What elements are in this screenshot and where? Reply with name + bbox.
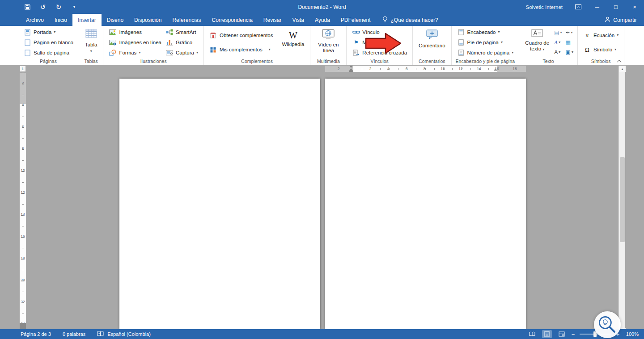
my-addins-icon [209, 46, 217, 53]
cover-page-icon [23, 29, 31, 36]
shapes-icon [109, 49, 117, 56]
vertical-ruler[interactable]: 2 4 6 8 10 12 14 16 18 20 22 24 [20, 73, 26, 329]
customize-quick-access-icon[interactable]: ▾ [70, 3, 78, 11]
document-page-1[interactable] [119, 79, 320, 329]
wordart-button[interactable]: A▾ [554, 39, 562, 46]
fecha-y-hora-button[interactable]: ▦ [566, 39, 573, 46]
minimize-button[interactable]: ─ [588, 0, 606, 14]
ribbon-group-tablas: Tabla ▾ Tablas [79, 26, 104, 65]
tab-archivo[interactable]: Archivo [21, 14, 49, 26]
web-layout-button[interactable] [557, 330, 567, 338]
zoom-out-button[interactable]: − [572, 331, 575, 338]
comentario-button[interactable]: Comentario [417, 28, 447, 50]
smartart-button[interactable]: SmartArt [164, 28, 199, 36]
scrollbar-thumb[interactable] [620, 157, 625, 242]
tab-insertar[interactable]: Insertar [72, 14, 102, 26]
video-en-linea-label: Vídeo en línea [316, 42, 340, 54]
numero-de-pagina-button[interactable]: Número de página ▾ [456, 49, 515, 57]
tab-vista[interactable]: Vista [287, 14, 309, 26]
solvetic-watermark [594, 311, 621, 338]
tab-diseno[interactable]: Diseño [102, 14, 129, 26]
comment-icon [425, 29, 439, 41]
group-label-ilustraciones: Ilustraciones [103, 59, 203, 64]
ruler-number: 8 [20, 146, 26, 151]
tab-stop-selector[interactable]: L [20, 66, 26, 72]
tab-disposicion[interactable]: Disposición [129, 14, 167, 26]
online-video-icon [322, 29, 335, 40]
captura-button[interactable]: Captura ▾ [164, 49, 199, 57]
chevron-down-icon: ▾ [559, 50, 560, 54]
redo-icon[interactable]: ↻ [55, 3, 63, 11]
tabla-button[interactable]: Tabla ▾ [83, 28, 99, 54]
obtener-complementos-button[interactable]: Obtener complementos [208, 31, 275, 39]
document-page-2[interactable] [325, 79, 526, 329]
equation-pi-icon: π [583, 32, 591, 39]
tab-correspondencia[interactable]: Correspondencia [206, 14, 258, 26]
table-icon [85, 29, 97, 40]
comentario-label: Comentario [419, 43, 445, 49]
word-count[interactable]: 0 palabras [63, 331, 85, 337]
user-account[interactable]: Solvetic Internet [526, 4, 563, 10]
pagina-en-blanco-button[interactable]: Página en blanco [22, 38, 75, 46]
pie-de-pagina-button[interactable]: Pie de página ▾ [456, 38, 515, 46]
mis-complementos-button[interactable]: Mis complementos ▾ [208, 46, 275, 54]
page-indicator[interactable]: Página 2 de 3 [21, 331, 51, 337]
group-label-texto: Texto [519, 59, 577, 64]
tell-me-label: ¿Qué desea hacer? [391, 17, 438, 23]
grafico-button[interactable]: Gráfico [164, 38, 199, 46]
close-button[interactable]: × [625, 0, 644, 14]
ribbon-group-multimedia: Vídeo en línea Multimedia [310, 26, 347, 65]
grafico-label: Gráfico [176, 40, 192, 45]
print-layout-button[interactable] [542, 330, 552, 338]
tab-ayuda[interactable]: Ayuda [309, 14, 335, 26]
ecuacion-button[interactable]: π Ecuación ▾ [582, 31, 620, 39]
tab-revisar[interactable]: Revisar [258, 14, 287, 26]
save-icon[interactable] [23, 3, 31, 11]
ruler-number: 14 [476, 67, 482, 71]
collapse-ribbon-button[interactable] [615, 58, 623, 63]
proofing-icon[interactable] [97, 331, 104, 337]
first-line-indent-marker[interactable] [349, 66, 353, 68]
portada-button[interactable]: Portada ▾ [22, 28, 75, 36]
ruler-number: 2 [368, 67, 373, 71]
simbolo-button[interactable]: Ω Símbolo ▾ [582, 46, 620, 54]
left-indent-marker[interactable] [349, 71, 353, 72]
imagenes-en-linea-button[interactable]: Imágenes en línea [107, 38, 163, 46]
chevron-down-icon: ▾ [498, 30, 500, 34]
encabezado-button[interactable]: Encabezado ▾ [456, 28, 515, 36]
tell-me-search[interactable]: ¿Qué desea hacer? [382, 14, 438, 26]
video-en-linea-button[interactable]: Vídeo en línea [314, 28, 342, 55]
vertical-scrollbar[interactable]: ▴ ▾ [619, 66, 625, 334]
page-number-icon [457, 49, 465, 56]
ribbon-display-options-icon[interactable] [569, 0, 588, 14]
formas-button[interactable]: Formas ▾ [107, 49, 163, 57]
omega-symbol-icon: Ω [583, 46, 591, 53]
group-label-vinculos: Vínculos [347, 59, 412, 64]
right-indent-marker[interactable] [494, 68, 497, 71]
linea-de-firma-button[interactable]: ✒▾ [566, 29, 573, 36]
read-mode-button[interactable] [527, 330, 537, 338]
objeto-button[interactable]: ▣▾ [566, 49, 573, 55]
chevron-down-icon: ▾ [617, 33, 619, 37]
tab-pdfelement[interactable]: PDFelement [335, 14, 376, 26]
language-indicator[interactable]: Español (Colombia) [107, 331, 151, 337]
group-label-tablas: Tablas [79, 59, 103, 64]
ruler-number: 22 [20, 300, 26, 304]
maximize-button[interactable]: □ [606, 0, 625, 14]
letra-capital-button[interactable]: A▾ [554, 49, 562, 55]
share-button[interactable]: Compartir [605, 14, 637, 26]
imagenes-button[interactable]: Imágenes [107, 28, 163, 36]
scroll-up-button[interactable]: ▴ [619, 66, 626, 72]
tab-inicio[interactable]: Inicio [49, 14, 72, 26]
cuadro-de-texto-button[interactable]: Cuadro de texto ▾ [523, 28, 551, 53]
obtener-complementos-label: Obtener complementos [220, 33, 273, 38]
elementos-rapidos-button[interactable]: ▤▾ [554, 29, 562, 36]
wikipedia-button[interactable]: W Wikipedia [280, 28, 306, 48]
tab-referencias[interactable]: Referencias [167, 14, 206, 26]
undo-icon[interactable]: ↺ [39, 3, 47, 11]
ruler-number: 6 [20, 125, 26, 129]
group-label-multimedia: Multimedia [310, 59, 346, 64]
zoom-level[interactable]: 100% [624, 331, 639, 337]
horizontal-ruler[interactable]: 2 2 4 6 8 10 12 14 16 18 [325, 66, 526, 72]
salto-de-pagina-button[interactable]: Salto de página [22, 49, 75, 57]
